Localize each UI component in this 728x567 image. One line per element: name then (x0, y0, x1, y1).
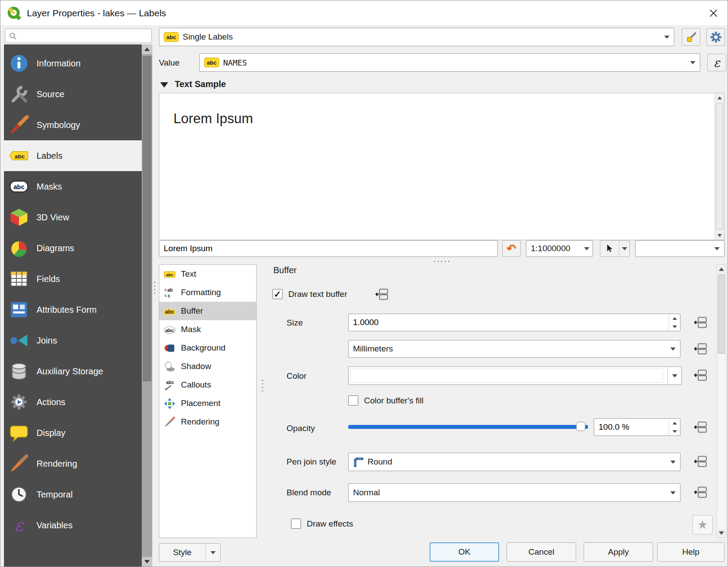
sidebar-scrollbar[interactable] (142, 44, 152, 567)
opacity-override-button[interactable] (691, 419, 710, 435)
clock-icon (9, 484, 29, 505)
database-icon (9, 361, 29, 381)
collapse-triangle-icon[interactable] (160, 82, 168, 88)
sidebar-item-label: Display (37, 428, 66, 438)
dropdown-arrow-icon[interactable] (619, 241, 629, 256)
search-input[interactable] (20, 32, 148, 40)
scrollbar-thumb[interactable] (716, 103, 723, 230)
left-splitter-handle[interactable] (154, 282, 155, 294)
labeling-settings-button[interactable] (706, 28, 725, 46)
abc-field-type-icon: abc (204, 58, 219, 67)
tab-label: Text (181, 269, 196, 279)
sidebar-item-label: Joins (37, 336, 57, 346)
sidebar-item-masks[interactable]: abc Masks (4, 171, 142, 202)
buffer-panel-title: Buffer (273, 265, 297, 275)
tab-formatting[interactable]: + ab < c Formatting (159, 283, 256, 302)
preview-scale-combobox[interactable]: 1:1000000 (526, 240, 593, 257)
scroll-up-icon[interactable] (715, 93, 724, 102)
buffer-color-button[interactable] (348, 366, 682, 385)
buffer-size-input[interactable] (349, 314, 669, 331)
sidebar-item-display[interactable]: Display (4, 417, 142, 448)
map-canvas-scale-button[interactable] (600, 240, 630, 257)
tab-shadow[interactable]: Shadow (159, 357, 256, 376)
pen-join-override-button[interactable] (691, 454, 710, 469)
buffer-units-combobox[interactable]: Millimeters (348, 340, 680, 358)
label-mode-combobox[interactable]: abc Single Labels (159, 28, 674, 46)
scroll-up-icon[interactable] (717, 265, 726, 274)
pen-join-style-combobox[interactable]: Round (348, 453, 680, 471)
tab-background[interactable]: Background (159, 339, 256, 357)
opacity-input[interactable] (594, 419, 669, 435)
size-override-button[interactable] (691, 315, 710, 330)
blend-mode-override-button[interactable] (691, 484, 710, 500)
tab-mask[interactable]: abc Mask (159, 320, 256, 339)
scroll-up-icon[interactable] (142, 44, 152, 54)
ok-button[interactable]: OK (430, 542, 499, 562)
close-button[interactable] (706, 6, 721, 20)
tab-placement[interactable]: Placement (159, 394, 256, 413)
dropdown-arrow-icon (660, 28, 674, 46)
scrollbar-thumb[interactable] (143, 56, 151, 381)
sidebar-item-rendering[interactable]: Rendering (4, 448, 142, 479)
tab-panel-splitter-handle[interactable] (262, 380, 263, 391)
effects-customize-button[interactable]: ★ (692, 515, 713, 534)
slider-handle[interactable] (576, 422, 585, 431)
sidebar-item-information[interactable]: Information (4, 48, 142, 79)
dropdown-arrow-icon[interactable] (667, 367, 681, 384)
sidebar-item-symbology[interactable]: Symbology (4, 110, 142, 140)
slider-track (348, 425, 588, 429)
scroll-down-icon[interactable] (717, 529, 726, 538)
sidebar-item-fields[interactable]: Fields (4, 263, 142, 294)
sidebar-item-attributes-form[interactable]: Attributes Form (4, 294, 142, 325)
opacity-slider[interactable] (348, 422, 588, 432)
tab-callouts[interactable]: abc Callouts (159, 376, 256, 394)
sidebar-item-temporal[interactable]: Temporal (4, 479, 142, 510)
style-menu-button[interactable]: Style (159, 543, 221, 562)
preview-scrollbar[interactable] (714, 93, 724, 240)
draw-effects-checkbox[interactable] (291, 519, 301, 529)
apply-button[interactable]: Apply (584, 542, 653, 562)
help-button[interactable]: Help (657, 542, 724, 562)
preview-background-combobox[interactable] (635, 240, 724, 257)
spin-up-icon[interactable] (669, 314, 680, 322)
units-override-button[interactable] (691, 341, 710, 357)
scrollbar-thumb[interactable] (718, 274, 725, 354)
sidebar-item-source[interactable]: Source (4, 79, 142, 110)
tab-text[interactable]: abc Text (159, 265, 256, 283)
scroll-down-icon[interactable] (142, 557, 152, 567)
join-icon (9, 330, 29, 351)
draw-text-buffer-checkbox[interactable]: ✓ (272, 289, 283, 299)
sidebar-item-variables[interactable]: ε Variables (4, 510, 142, 541)
scroll-down-icon[interactable] (715, 231, 724, 240)
tab-rendering[interactable]: Rendering (159, 413, 256, 431)
color-override-button[interactable] (691, 367, 710, 383)
cancel-button[interactable]: Cancel (507, 542, 576, 562)
sidebar-item-diagrams[interactable]: Diagrams (4, 233, 142, 263)
sidebar-item-joins[interactable]: Joins (4, 325, 142, 356)
sidebar-item-labels[interactable]: abc Labels (4, 140, 142, 171)
svg-text:abc: abc (165, 327, 174, 333)
auto-placement-settings-button[interactable] (682, 28, 700, 46)
blend-mode-combobox[interactable]: Normal (348, 483, 680, 502)
sidebar-item-label: Rendering (37, 459, 77, 469)
buffer-panel-scrollbar[interactable] (717, 264, 726, 538)
value-expression-combobox[interactable]: abc NAMES (199, 53, 700, 72)
expression-builder-button[interactable]: ε (707, 54, 726, 71)
spin-up-icon[interactable] (669, 419, 680, 427)
color-buffers-fill-checkbox[interactable] (348, 395, 358, 406)
tab-buffer[interactable]: abc abc Buffer (159, 302, 256, 320)
text-sample-section-title: Text Sample (175, 79, 226, 89)
reset-sample-button[interactable]: ↶ (502, 240, 521, 257)
spin-down-icon[interactable] (669, 322, 680, 331)
sample-text-input[interactable] (159, 241, 497, 256)
spin-down-icon[interactable] (669, 427, 680, 435)
horizontal-splitter-handle[interactable] (434, 261, 449, 262)
svg-text:abc: abc (166, 272, 174, 277)
draw-buffer-override-button[interactable] (373, 286, 391, 302)
speech-bubble-icon (9, 423, 29, 443)
sidebar-item-3d-view[interactable]: 3D View (4, 202, 142, 233)
sidebar-item-auxiliary-storage[interactable]: Auxiliary Storage (4, 356, 142, 387)
undo-icon: ↶ (507, 242, 516, 256)
paintbrush-icon (9, 454, 29, 474)
sidebar-item-actions[interactable]: Actions (4, 387, 142, 417)
